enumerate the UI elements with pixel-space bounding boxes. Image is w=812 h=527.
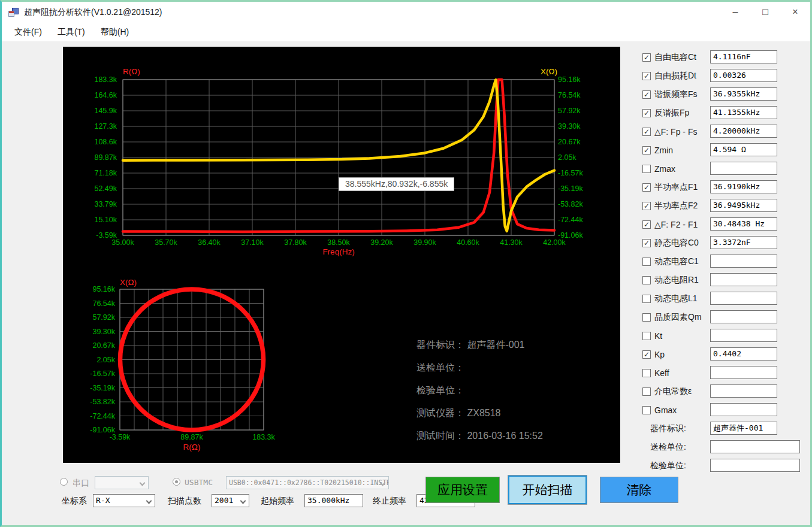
tick-label: 95.16k [558, 75, 581, 84]
result-value-input[interactable] [710, 273, 777, 286]
result-value-input[interactable] [710, 292, 777, 305]
checkbox-checked-icon[interactable]: ✓ [642, 220, 651, 229]
checkbox-checked-icon[interactable]: ✓ [642, 72, 651, 80]
clear-button[interactable]: 清除 [600, 477, 678, 503]
result-label: 自由电容Ct [654, 52, 696, 63]
result-value-input[interactable] [710, 310, 777, 323]
result-label: 反谐振Fp [654, 108, 689, 119]
result-label: 介电常数ε [654, 386, 692, 397]
connection-row: 串口 USBTMC USB0::0x0471::0x2786::T0202150… [60, 475, 479, 490]
apply-settings-button[interactable]: 应用设置 [425, 477, 500, 503]
checkbox-checked-icon[interactable]: ✓ [642, 239, 651, 247]
tick-label: 76.54k [558, 91, 581, 99]
tick-label: -16.57k [558, 169, 583, 177]
result-value-input[interactable]: 36.9495kHz [710, 199, 777, 212]
result-row-17: Keff [642, 364, 805, 382]
start-scan-button[interactable]: 开始扫描 [508, 475, 587, 504]
result-value-input[interactable]: 3.3372nF [710, 236, 777, 249]
tick-label: 35.70k [155, 238, 177, 247]
result-value-input[interactable] [710, 384, 777, 398]
checkbox-checked-icon[interactable]: ✓ [642, 128, 651, 136]
maximize-icon[interactable]: □ [750, 2, 780, 23]
checkbox-checked-icon[interactable]: ✓ [642, 90, 651, 99]
checkbox-checked-icon[interactable]: ✓ [642, 109, 651, 117]
x-axis-title: R(Ω) [183, 443, 201, 452]
chevron-down-icon [140, 480, 146, 486]
usbtmc-radio[interactable] [173, 478, 180, 486]
result-row-7: ✓半功率点F136.9190kHz [642, 178, 805, 196]
checkbox-unchecked-icon[interactable] [642, 295, 651, 303]
content-area: 183.3k164.6k145.9k127.3k108.6k89.87k71.1… [2, 41, 810, 525]
checkbox-unchecked-icon[interactable] [642, 406, 651, 414]
result-value-input[interactable] [710, 329, 777, 342]
result-value-input[interactable]: 4.594 Ω [710, 143, 777, 156]
result-value-input[interactable] [710, 255, 777, 268]
result-value-input[interactable]: 0.4402 [710, 347, 777, 361]
result-row-14: 品质因素Qm [642, 308, 805, 326]
result-value-input[interactable] [710, 162, 777, 175]
tick-label: 39.30k [558, 122, 581, 131]
checkbox-unchecked-icon[interactable] [642, 165, 651, 173]
tick-label: -72.44k [558, 216, 583, 224]
start-frequency-label: 起始频率 [261, 493, 294, 508]
result-value-input[interactable] [710, 440, 800, 453]
result-row-8: ✓半功率点F236.9495kHz [642, 196, 805, 215]
result-value-input[interactable]: 41.1355kHz [710, 106, 777, 119]
result-label: △F: F2 - F1 [654, 220, 698, 229]
result-value-input[interactable]: 超声器件-001 [710, 422, 777, 435]
title-bar: 超声阻抗分析软件(V1.0.21@201512) – □ × [2, 2, 810, 23]
tick-label: 39.20k [370, 238, 393, 247]
result-value-input[interactable] [710, 459, 800, 472]
device-info-line: 器件标识： 超声器件-001 [416, 339, 543, 362]
checkbox-checked-icon[interactable]: ✓ [642, 146, 651, 155]
serial-radio-label: 串口 [73, 476, 89, 489]
tick-label: 39.30k [92, 328, 115, 336]
serial-radio[interactable] [60, 478, 68, 486]
serial-port-combo[interactable] [95, 476, 149, 489]
result-row-16: ✓Kp0.4402 [642, 345, 805, 364]
result-row-4: ✓△F: Fp - Fs4.20000kHz [642, 122, 805, 141]
result-value-input[interactable]: 4.20000kHz [710, 125, 777, 138]
minimize-icon[interactable]: – [720, 2, 750, 23]
tick-label: 36.40k [198, 238, 221, 247]
result-label: 送检单位: [650, 442, 686, 453]
checkbox-checked-icon[interactable]: ✓ [642, 350, 651, 359]
checkbox-unchecked-icon[interactable] [642, 369, 651, 377]
result-row-6: Zmax [642, 159, 805, 178]
tick-label: 108.6k [94, 138, 117, 146]
menu-item-2[interactable]: 帮助(H) [93, 25, 137, 40]
tick-label: 127.3k [94, 122, 117, 131]
scan-points-value: 2001 [215, 496, 233, 505]
checkbox-checked-icon[interactable]: ✓ [642, 202, 651, 210]
result-value-input[interactable]: 4.1116nF [710, 50, 777, 63]
checkbox-unchecked-icon[interactable] [642, 258, 651, 266]
menu-item-0[interactable]: 文件(F) [7, 25, 50, 40]
window-controls: – □ × [720, 2, 810, 23]
result-value-input[interactable]: 30.48438 Hz [710, 217, 777, 231]
result-value-input[interactable]: 0.00326 [710, 69, 777, 82]
result-value-input[interactable] [710, 403, 777, 416]
result-value-input[interactable]: 36.9355kHz [710, 87, 777, 101]
checkbox-checked-icon[interactable]: ✓ [642, 53, 651, 62]
result-value-input[interactable]: 36.9190kHz [710, 180, 777, 193]
coordinate-system-combo[interactable]: R-X [93, 494, 155, 507]
chart-panel: 183.3k164.6k145.9k127.3k108.6k89.87k71.1… [63, 47, 620, 463]
chevron-down-icon [240, 498, 246, 504]
device-info-line: 送检单位： [416, 362, 543, 384]
tick-label: 71.18k [94, 169, 117, 177]
scan-points-combo[interactable]: 2001 [212, 494, 249, 507]
result-label: 检验单位: [650, 461, 686, 471]
menu-item-1[interactable]: 工具(T) [50, 25, 93, 40]
close-icon[interactable]: × [780, 2, 810, 23]
start-frequency-input[interactable]: 35.000kHz [304, 494, 363, 507]
tick-label: -35.19k [558, 184, 583, 193]
result-label: 动态电容C1 [654, 256, 699, 267]
checkbox-unchecked-icon[interactable] [642, 332, 651, 340]
result-value-input[interactable] [710, 366, 777, 379]
tick-label: 76.54k [92, 299, 115, 308]
checkbox-unchecked-icon[interactable] [642, 387, 651, 396]
checkbox-unchecked-icon[interactable] [642, 276, 651, 284]
usbtmc-address-combo[interactable]: USB0::0x0471::0x2786::T020215010::INSTR [226, 476, 389, 489]
checkbox-unchecked-icon[interactable] [642, 313, 651, 322]
checkbox-checked-icon[interactable]: ✓ [642, 183, 651, 192]
